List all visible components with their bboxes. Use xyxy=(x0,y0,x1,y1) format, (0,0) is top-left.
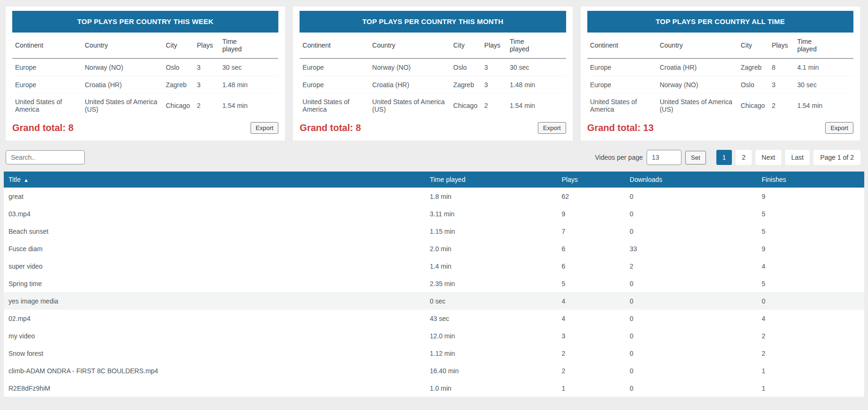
plays-cell: 4 xyxy=(562,297,630,305)
city-cell: Oslo xyxy=(166,64,193,71)
videos-per-page-input[interactable] xyxy=(647,150,681,165)
downloads-cell: 0 xyxy=(630,297,762,305)
card-table-body: Europe Norway (NO) Oslo 3 30 sec Europe … xyxy=(300,59,566,117)
card-table-body: Europe Croatia (HR) Zagreb 8 4.1 min Eur… xyxy=(587,59,853,117)
column-header-plays: Plays xyxy=(772,41,794,49)
city-cell: Oslo xyxy=(453,64,480,71)
downloads-cell: 0 xyxy=(630,193,762,200)
title-cell: Spring time xyxy=(8,280,430,287)
grand-total: Grand total: 8 xyxy=(12,123,73,133)
downloads-cell: 0 xyxy=(630,315,762,322)
plays-cell: 3 xyxy=(197,81,219,89)
city-cell: Zagreb xyxy=(741,64,768,71)
card-title: TOP PLAYS PER COUNTRY ALL TIME xyxy=(587,11,853,33)
page-button-2[interactable]: 2 xyxy=(736,150,752,165)
set-button[interactable]: Set xyxy=(685,151,706,164)
downloads-cell: 0 xyxy=(630,332,762,340)
video-stats-row: yes image media 0 sec 4 0 0 xyxy=(4,292,864,310)
plays-cell: 2 xyxy=(197,102,219,109)
export-button[interactable]: Export xyxy=(538,122,566,134)
title-cell: 03.mp4 xyxy=(8,210,430,218)
city-cell: Zagreb xyxy=(453,81,480,89)
video-stats-row: 02.mp4 43 sec 4 0 4 xyxy=(4,310,864,327)
continent-cell: United States of America xyxy=(15,98,81,113)
time-played-cell: 0 sec xyxy=(430,297,561,305)
finishes-cell: 5 xyxy=(762,210,860,218)
export-button[interactable]: Export xyxy=(251,122,279,134)
time-played-cell: 2.35 min xyxy=(430,280,561,287)
column-header-plays: Plays xyxy=(484,41,506,49)
title-cell: yes image media xyxy=(8,297,430,305)
city-cell: Chicago xyxy=(166,102,193,109)
city-cell: Chicago xyxy=(453,102,480,109)
time-played-cell: 1.0 min xyxy=(430,385,561,392)
table-row: United States of America United States o… xyxy=(12,94,278,117)
video-stats-row: Spring time 2.35 min 5 0 5 xyxy=(4,275,864,292)
column-header-continent: Continent xyxy=(302,41,368,49)
table-row: United States of America United States o… xyxy=(300,94,566,117)
table-row: Europe Norway (NO) Oslo 3 30 sec xyxy=(300,59,566,76)
continent-cell: Europe xyxy=(590,81,656,89)
finishes-cell: 5 xyxy=(762,228,860,235)
time-played-cell: 2.0 min xyxy=(430,245,561,253)
column-header-plays[interactable]: Plays xyxy=(562,176,630,183)
country-cell: Croatia (HR) xyxy=(660,64,737,71)
country-cell: United States of America (US) xyxy=(660,98,737,113)
column-header-time-played: Time played xyxy=(510,38,539,53)
plays-cell: 2 xyxy=(772,102,794,109)
column-header-title[interactable]: Title▲ xyxy=(8,176,430,183)
pagination-controls: Videos per page Set 12 Next Last Page 1 … xyxy=(595,150,860,165)
top-plays-month-card: TOP PLAYS PER COUNTRY THIS MONTH Contine… xyxy=(293,7,572,140)
search-input[interactable] xyxy=(6,150,85,164)
card-title: TOP PLAYS PER COUNTRY THIS MONTH xyxy=(300,11,566,33)
finishes-cell: 4 xyxy=(762,315,860,322)
column-header-city: City xyxy=(741,41,768,49)
country-cell: Norway (NO) xyxy=(85,64,162,71)
continent-cell: United States of America xyxy=(302,98,368,113)
plays-cell: 6 xyxy=(562,262,630,270)
time-played-cell: 1.12 min xyxy=(430,350,561,357)
downloads-cell: 0 xyxy=(630,280,762,287)
plays-cell: 4 xyxy=(562,315,630,322)
country-cell: Norway (NO) xyxy=(660,81,737,89)
video-stats-row: Fusce diam 2.0 min 6 33 9 xyxy=(4,240,864,257)
grand-total: Grand total: 13 xyxy=(587,123,654,133)
time-played-cell: 1.48 min xyxy=(510,81,539,89)
continent-cell: Europe xyxy=(15,64,81,71)
country-cell: Croatia (HR) xyxy=(372,81,449,89)
continent-cell: Europe xyxy=(302,64,368,71)
videos-table-header: Title▲ Time played Plays Downloads Finis… xyxy=(4,172,864,188)
continent-cell: United States of America xyxy=(590,98,656,113)
city-cell: Oslo xyxy=(741,81,768,89)
downloads-cell: 0 xyxy=(630,228,762,235)
column-header-time-played: Time played xyxy=(222,38,251,53)
next-page-button[interactable]: Next xyxy=(755,150,781,165)
card-table-header: Continent Country City Plays Time played xyxy=(300,33,566,59)
country-cell: United States of America (US) xyxy=(372,98,449,113)
plays-cell: 3 xyxy=(484,64,506,71)
plays-cell: 3 xyxy=(197,64,219,71)
column-header-finishes[interactable]: Finishes xyxy=(762,176,860,183)
plays-cell: 1 xyxy=(562,385,630,392)
time-played-cell: 30 sec xyxy=(510,64,539,71)
time-played-cell: 1.54 min xyxy=(222,102,251,109)
finishes-cell: 1 xyxy=(762,385,860,392)
country-cell: United States of America (US) xyxy=(85,98,162,113)
page-button-1[interactable]: 1 xyxy=(716,150,732,165)
column-header-time-played[interactable]: Time played xyxy=(430,176,561,183)
plays-cell: 62 xyxy=(562,193,630,200)
video-stats-row: climb-ADAM ONDRA - FIRST 8C BOULDERS.mp4… xyxy=(4,362,864,379)
continent-cell: Europe xyxy=(302,81,368,89)
export-button[interactable]: Export xyxy=(825,122,853,134)
finishes-cell: 2 xyxy=(762,350,860,357)
column-header-continent: Continent xyxy=(590,41,656,49)
plays-cell: 2 xyxy=(562,367,630,375)
plays-cell: 5 xyxy=(562,280,630,287)
table-row: Europe Croatia (HR) Zagreb 3 1.48 min xyxy=(300,76,566,94)
column-header-downloads[interactable]: Downloads xyxy=(630,176,762,183)
video-stats-row: my video 12.0 min 3 0 2 xyxy=(4,327,864,344)
table-row: Europe Croatia (HR) Zagreb 3 1.48 min xyxy=(12,76,278,94)
continent-cell: Europe xyxy=(590,64,656,71)
last-page-button[interactable]: Last xyxy=(785,150,810,165)
time-played-cell: 1.54 min xyxy=(797,102,827,109)
